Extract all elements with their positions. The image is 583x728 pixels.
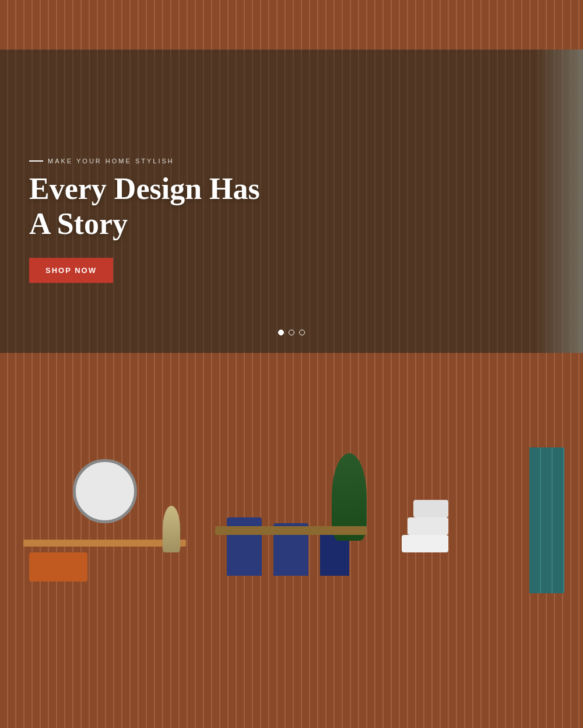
hero-section: MAKE YOUR HOME STYLISH Every Design Has … bbox=[0, 50, 583, 353]
shop-now-button[interactable]: SHOP NOW bbox=[29, 258, 113, 283]
hero-content: MAKE YOUR HOME STYLISH Every Design Has … bbox=[29, 158, 262, 283]
hero-dots bbox=[278, 330, 305, 335]
hero-title: Every Design Has A Story bbox=[29, 172, 262, 242]
category-grid: Living Room Browse among pillow back des… bbox=[17, 447, 566, 653]
hero-dot-3[interactable] bbox=[299, 330, 305, 335]
hero-dot-1[interactable] bbox=[278, 330, 284, 335]
hero-eyebrow: MAKE YOUR HOME STYLISH bbox=[29, 158, 262, 164]
hero-dot-2[interactable] bbox=[289, 330, 294, 335]
categories-section: Shop by Category Shop by room to find th… bbox=[0, 353, 583, 688]
